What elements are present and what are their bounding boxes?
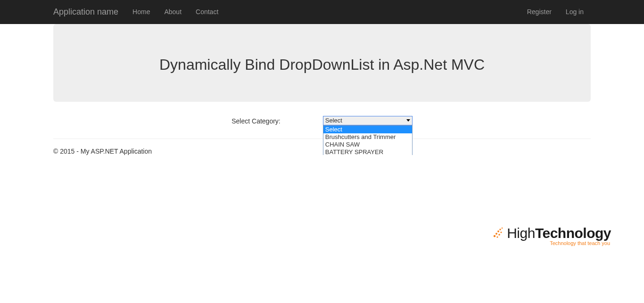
category-option[interactable]: BATTERY SPRAYER xyxy=(323,148,412,155)
category-select-value: Select xyxy=(325,117,342,124)
category-option[interactable]: Select xyxy=(323,126,412,133)
hero-banner: Dynamically Bind DropDownList in Asp.Net… xyxy=(53,24,591,102)
chevron-down-icon xyxy=(406,119,410,122)
nav-contact[interactable]: Contact xyxy=(189,0,225,24)
category-label: Select Category: xyxy=(231,116,281,125)
nav-about[interactable]: About xyxy=(157,0,189,24)
category-option[interactable]: CHAIN SAW xyxy=(323,141,412,148)
nav-register[interactable]: Register xyxy=(520,0,559,24)
brand-link[interactable]: Application name xyxy=(53,7,125,17)
category-option[interactable]: Brushcutters and Trimmer xyxy=(323,133,412,141)
category-row: Select Category: Select Select Brushcutt… xyxy=(53,116,591,130)
nav-login[interactable]: Log in xyxy=(559,0,591,24)
navbar: Application name Home About Contact Regi… xyxy=(0,0,644,24)
page-title: Dynamically Bind DropDownList in Asp.Net… xyxy=(82,56,562,74)
category-select-list[interactable]: Select Brushcutters and Trimmer CHAIN SA… xyxy=(323,125,413,155)
footer-text: © 2015 - My ASP.NET Application xyxy=(53,139,591,155)
category-select[interactable]: Select xyxy=(323,116,413,125)
nav-home[interactable]: Home xyxy=(125,0,157,24)
